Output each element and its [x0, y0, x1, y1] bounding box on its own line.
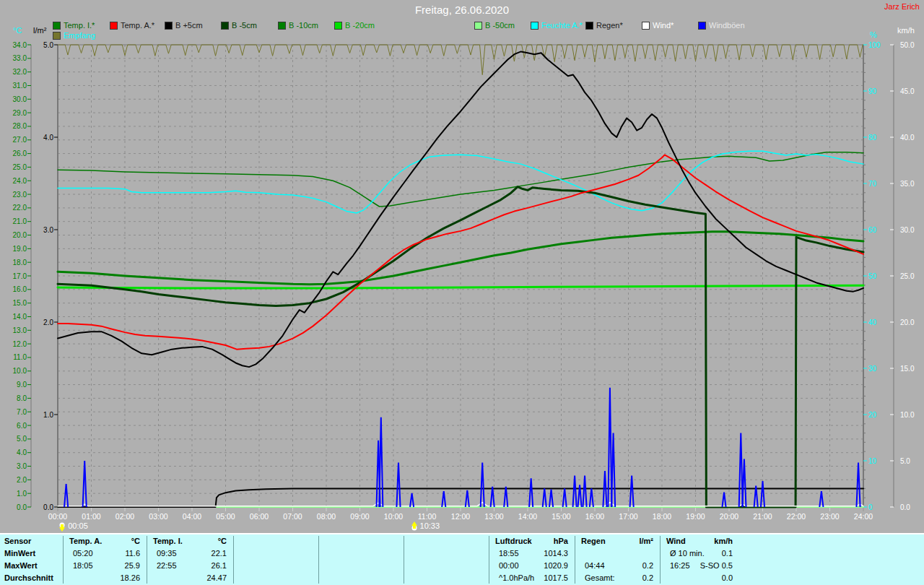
moonrise-time: 10:33: [420, 521, 440, 530]
table-divider: [147, 536, 147, 584]
percent-tick-label: 70: [868, 180, 877, 188]
celsius-tick-label: 28.0: [13, 122, 27, 130]
lm2-tick-label: 2.0: [43, 318, 53, 326]
celsius-tick-label: 17.0: [13, 272, 27, 280]
hour-tick-label: 21:00: [753, 512, 772, 521]
percent-tick-label: 40: [868, 318, 877, 326]
kmh-tick-label: 10.0: [900, 411, 915, 419]
celsius-tick-label: 29.0: [13, 109, 27, 117]
celsius-tick-label: 6.0: [17, 422, 27, 430]
cell-time: Ø 10 min.: [670, 549, 705, 558]
col-header-name: Regen: [581, 537, 606, 545]
celsius-tick-label: 8.0: [17, 394, 27, 402]
hour-tick-label: 05:00: [216, 512, 235, 521]
series-boeen-spike: [379, 417, 383, 507]
celsius-tick-label: 12.0: [13, 340, 27, 348]
moonset-marker: 00:05: [58, 521, 88, 532]
table-divider: [233, 536, 234, 584]
series-boeen-spike: [573, 475, 577, 507]
percent-tick-label: 30: [868, 365, 877, 373]
series-boeen-spike: [549, 490, 553, 507]
lm2-tick-label: 5.0: [43, 41, 53, 49]
series-boeen-spike: [563, 488, 567, 507]
cell-value: 11.6: [125, 549, 140, 558]
cell-time: 09:35: [157, 549, 177, 558]
percent-tick-label: 90: [868, 87, 877, 95]
col-header-name: Temp. A.: [69, 537, 102, 545]
percent-tick-label: 60: [868, 226, 877, 234]
lm2-tick-label: 3.0: [43, 226, 53, 234]
celsius-tick-label: 11.0: [13, 353, 27, 361]
celsius-tick-label: 20.0: [13, 231, 27, 239]
table-divider: [318, 536, 319, 584]
cell-value: 0.1: [722, 549, 733, 558]
celsius-tick-label: 3.0: [17, 462, 27, 470]
celsius-tick-label: 4.0: [17, 448, 27, 456]
series-boeen-spike: [64, 484, 68, 507]
weather-chart: 0.01.02.03.04.05.06.07.08.09.010.011.012…: [0, 0, 924, 533]
hour-tick-label: 08:00: [317, 512, 336, 521]
percent-tick-label: 0: [868, 503, 873, 511]
col-header-unit: l/m²: [639, 537, 653, 545]
celsius-tick-label: 16.0: [13, 285, 27, 293]
series-boeen-spike: [722, 493, 725, 507]
cell-value: 26.1: [212, 561, 227, 570]
hour-tick-label: 04:00: [183, 512, 201, 521]
hour-tick-label: 23:00: [820, 512, 839, 521]
cell-value: S-SO 0.5: [700, 561, 733, 570]
hour-tick-label: 03:00: [149, 512, 167, 521]
cell-value: 1014.3: [544, 549, 568, 558]
kmh-tick-label: 20.0: [900, 318, 915, 326]
cell-value: 24.47: [206, 573, 227, 582]
col-header-name: Temp. I.: [153, 537, 183, 545]
cell-time: 22:55: [157, 561, 177, 570]
series-boeen-spike: [630, 475, 634, 507]
weather-app-window: { "header": {"title": "Freitag, 26.06.20…: [0, 0, 924, 585]
row-header: Durchschnitt: [4, 573, 53, 582]
cell-time: 05:20: [73, 549, 93, 558]
col-header-name: Luftdruck: [495, 537, 532, 545]
kmh-tick-label: 0.0: [900, 503, 910, 511]
cell-time: 16:25: [670, 561, 690, 570]
hour-tick-label: 17:00: [619, 512, 637, 521]
table-divider: [404, 536, 404, 584]
cell-value: 1020.9: [544, 561, 568, 570]
series-boeen-spike: [529, 478, 533, 507]
kmh-tick-label: 25.0: [900, 272, 915, 280]
cell-value: 0.2: [642, 561, 653, 570]
cell-value: 18.26: [120, 573, 140, 582]
moonrise-icon: [410, 521, 419, 532]
col-header-name: Wind: [666, 537, 686, 545]
celsius-tick-label: 32.0: [13, 68, 27, 76]
celsius-tick-label: 34.0: [13, 41, 27, 49]
hour-tick-label: 06:00: [250, 512, 269, 521]
col-header-unit: km/h: [714, 537, 733, 545]
table-divider: [489, 536, 489, 584]
series-boeen-spike: [504, 487, 507, 507]
row-header: Sensor: [4, 537, 31, 545]
col-header-unit: °C: [218, 537, 227, 545]
kmh-tick-label: 45.0: [900, 87, 915, 95]
row-header: MinWert: [4, 549, 35, 558]
celsius-tick-label: 19.0: [13, 245, 27, 253]
kmh-tick-label: 35.0: [900, 180, 915, 188]
stats-table: SensorMinWertMaxWertDurchschnittTemp. A.…: [0, 533, 924, 585]
series-boeen-spike: [590, 488, 593, 507]
hour-tick-label: 12:00: [451, 512, 470, 521]
lm2-tick-label: 4.0: [43, 134, 53, 142]
col-header-unit: °C: [131, 537, 140, 545]
celsius-tick-label: 10.0: [13, 367, 27, 375]
hour-tick-label: 19:00: [686, 512, 705, 521]
series-boeen-spike: [410, 493, 414, 507]
hour-tick-label: 02:00: [116, 512, 134, 521]
kmh-tick-label: 40.0: [900, 134, 915, 142]
kmh-tick-label: 50.0: [900, 41, 915, 49]
celsius-tick-label: 9.0: [17, 381, 27, 389]
cell-time: 00:00: [499, 561, 519, 570]
percent-tick-label: 20: [868, 411, 877, 419]
hour-tick-label: 09:00: [350, 512, 369, 521]
hour-tick-label: 00:00: [48, 512, 67, 521]
hour-tick-label: 20:00: [720, 512, 738, 521]
hour-tick-label: 16:00: [585, 512, 604, 521]
series-boeen-spike: [396, 463, 400, 507]
